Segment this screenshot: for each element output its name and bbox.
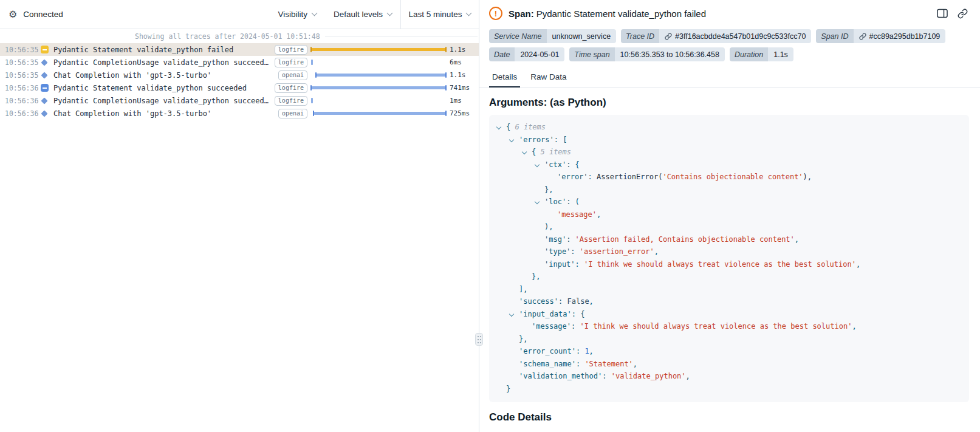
trace-timeline [311,84,446,92]
code-line: }, [495,270,963,283]
arguments-code: { 6 items'errors': [{ 5 items'ctx': {'er… [489,115,969,402]
settings-gear-icon[interactable]: ⚙ [9,10,17,19]
collapse-chevron-icon[interactable] [522,149,527,154]
collapse-chevron-icon[interactable] [509,137,514,142]
default-levels-dropdown[interactable]: Default levels [325,0,400,29]
meta-badge: Duration1.1s [730,47,793,61]
trace-timeline [311,109,446,117]
trace-duration-bar [311,60,313,65]
toggle-panel-icon[interactable] [937,9,948,18]
diamond-icon [39,71,53,79]
trace-tag-badge: logfire [275,83,307,93]
badge-value: #cc89a295db1b7109 [854,29,946,43]
code-line: ), [495,221,963,233]
span-detail-header: ! Span:Pydantic Statement validate_pytho… [479,0,980,25]
trace-timestamp: 10:56:35 [5,71,39,80]
code-line: 'input_data': { [495,308,963,321]
code-line: 'error': AssertionError('Contains object… [495,171,963,183]
code-line: { 5 items [495,146,963,159]
trace-row[interactable]: 10:56:36Chat Completion with 'gpt-3.5-tu… [0,107,479,120]
trace-row[interactable]: 10:56:35Chat Completion with 'gpt-3.5-tu… [0,69,479,81]
code-line: ], [495,283,963,296]
traces-panel: ⚙ Connected Visibility Default levels La… [0,0,479,432]
code-line: 'schema_name': 'Statement', [495,358,963,371]
trace-timestamp: 10:56:35 [5,46,39,54]
visibility-dropdown[interactable]: Visibility [269,0,325,29]
diamond-icon [39,97,53,105]
trace-duration-bar [316,74,446,77]
warn-square-icon [39,46,53,53]
code-details-heading: Code Details [489,411,969,423]
code-line: 'error_count': 1, [495,345,963,358]
warning-icon: ! [489,7,502,20]
span-title-prefix: Span: [509,9,534,19]
logfire-app: ⚙ Connected Visibility Default levels La… [0,0,980,432]
trace-tag-badge: openai [278,70,307,80]
time-range-dropdown[interactable]: Last 5 minutes [401,0,479,29]
code-line: 'message': 'I think we should always tre… [495,320,963,333]
arguments-heading: Arguments: (as Python) [489,97,969,109]
collapse-chevron-icon[interactable] [509,311,514,316]
badge-value: 10:56:35.353 to 10:56:36.458 [615,47,725,61]
visibility-dropdown-label: Visibility [278,10,307,19]
trace-rows: 10:56:35Pydantic Statement validate_pyth… [0,43,479,120]
link-icon[interactable] [665,33,672,40]
trace-duration-label: 6ms [446,58,479,66]
trace-title: Pydantic Statement validate_python faile… [53,46,271,54]
collapse-chevron-icon[interactable] [535,199,540,204]
trace-title: Pydantic Statement validate_python succe… [53,84,271,92]
code-line: 'success': False, [495,295,963,308]
detail-content: Arguments: (as Python) { 6 items'errors'… [479,87,980,430]
traces-header: Showing all traces after 2024-05-01 10:5… [0,29,479,43]
badge-label: Span ID [816,29,853,43]
meta-badge: Trace ID#3ff16acbdde4a547b01d9c9c533fcc7… [621,29,811,43]
code-line: 'errors': [ [495,134,963,146]
chevron-down-icon [466,10,472,16]
code-line: }, [495,333,963,346]
trace-row[interactable]: 10:56:36Pydantic CompletionUsage validat… [0,94,479,107]
diamond-icon [39,109,53,117]
info-square-icon [39,84,53,92]
tab-details[interactable]: Details [489,68,520,87]
trace-timestamp: 10:56:36 [5,109,39,118]
copy-link-icon[interactable] [958,9,968,19]
trace-duration-bar [311,86,446,89]
trace-timestamp: 10:56:35 [5,58,39,67]
collapse-chevron-icon[interactable] [496,125,501,129]
traces-toolbar: ⚙ Connected Visibility Default levels La… [0,0,479,29]
panel-resize-handle[interactable] [475,333,483,346]
code-line: 'validation_method': 'validate_python', [495,370,963,383]
trace-timestamp: 10:56:36 [5,97,39,105]
detail-tabs: DetailsRaw Data [479,68,980,87]
badge-value: 2024-05-01 [515,47,564,61]
badge-value: 1.1s [768,47,793,61]
tab-raw-data[interactable]: Raw Data [527,68,569,87]
trace-row[interactable]: 10:56:36Pydantic Statement validate_pyth… [0,81,479,94]
meta-badge: Span ID#cc89a295db1b7109 [816,29,945,43]
span-title-text: Pydantic Statement validate_python faile… [536,9,706,19]
trace-duration-label: 741ms [446,84,479,92]
detail-header-icons [937,9,968,19]
trace-row[interactable]: 10:56:35Pydantic CompletionUsage validat… [0,56,479,69]
meta-badge: Date2024-05-01 [489,47,564,61]
link-icon[interactable] [859,33,866,40]
trace-duration-label: 1.1s [446,71,479,79]
trace-duration-label: 725ms [446,109,479,117]
grip-dots-icon [477,335,482,344]
trace-row[interactable]: 10:56:35Pydantic Statement validate_pyth… [0,43,479,56]
trace-timeline [311,58,446,66]
trace-tag-badge: logfire [275,45,307,55]
trace-duration-bar [311,48,446,51]
badge-label: Service Name [489,29,547,43]
badge-row-2: Date2024-05-01Time span10:56:35.353 to 1… [479,47,980,61]
collapse-chevron-icon[interactable] [535,162,540,166]
trace-duration-label: 1.1s [446,46,479,53]
traces-header-text: Showing all traces after 2024-05-01 10:5… [135,32,320,41]
badge-label: Duration [730,47,768,61]
code-line: 'input': 'I think we should always treat… [495,258,963,271]
trace-title: Chat Completion with 'gpt-3.5-turbo' [53,71,275,80]
badge-label: Date [489,47,515,61]
trace-timeline [311,97,446,105]
trace-title: Chat Completion with 'gpt-3.5-turbo' [53,109,275,118]
badge-row-1: Service Nameunknown_serviceTrace ID#3ff1… [479,29,980,43]
